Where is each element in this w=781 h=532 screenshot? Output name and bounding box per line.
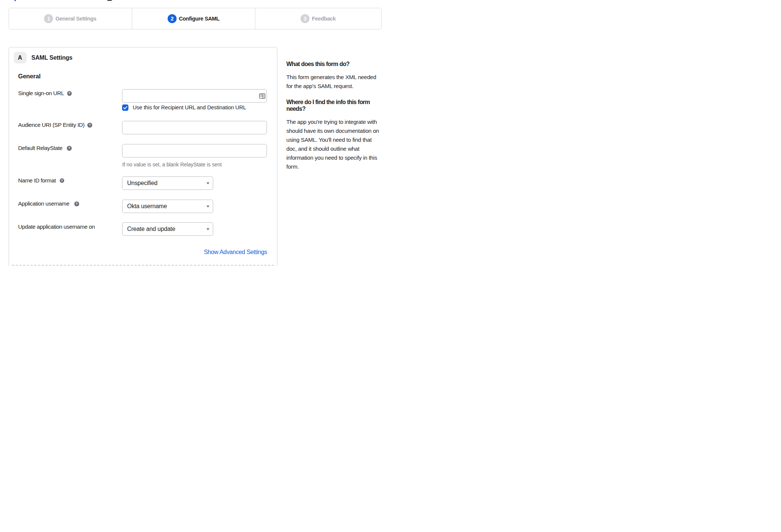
section-header: A SAML Settings: [14, 52, 73, 63]
audience-uri-input[interactable]: [122, 121, 267, 134]
use-for-recipient-checkbox-label: Use this for Recipient URL and Destinati…: [133, 104, 246, 111]
sidebar-body-what: This form generates the XML needed for t…: [286, 73, 380, 91]
chevron-down-icon: [206, 182, 209, 184]
step-3-label: Feedback: [312, 16, 336, 22]
step-3-circle: 3: [301, 14, 309, 23]
default-relaystate-input[interactable]: [122, 144, 267, 157]
show-advanced-settings-link[interactable]: Show Advanced Settings: [204, 249, 267, 256]
update-application-username-label: Update application username on: [18, 223, 95, 231]
saml-settings-card: A SAML Settings General Single sign-on U…: [9, 47, 277, 266]
chevron-down-icon: [206, 228, 209, 230]
contact-autofill-icon[interactable]: [259, 93, 265, 99]
sidebar-body-where: The app you're trying to integrate with …: [286, 118, 380, 172]
default-relaystate-hint: If no value is set, a blank RelayState i…: [122, 161, 222, 168]
step-feedback[interactable]: 3 Feedback: [255, 8, 381, 29]
sidebar-heading-what: What does this form do?: [286, 61, 380, 68]
audience-uri-help-icon[interactable]: ?: [87, 123, 92, 128]
clipped-title-blue-glyph: [15, 0, 16, 1]
application-username-label: Application username: [18, 200, 69, 207]
step-2-label: Configure SAML: [179, 16, 220, 22]
clipped-title-descender-glyph: [107, 0, 112, 1]
application-username-select[interactable]: Okta username: [122, 200, 213, 213]
name-id-format-select[interactable]: Unspecified: [122, 176, 213, 190]
wizard-stepper: 1 General Settings 2 Configure SAML 3 Fe…: [9, 8, 382, 29]
single-sign-on-url-label: Single sign-on URL: [18, 90, 64, 97]
update-application-username-select[interactable]: Create and update: [122, 222, 213, 236]
sidebar-heading-where: Where do I find the info this form needs…: [286, 99, 380, 113]
application-username-help-icon[interactable]: ?: [74, 201, 79, 206]
step-configure-saml[interactable]: 2 Configure SAML: [132, 8, 255, 29]
default-relaystate-help-icon[interactable]: ?: [67, 146, 72, 151]
name-id-format-value: Unspecified: [127, 180, 157, 187]
step-1-circle: 1: [44, 14, 53, 23]
use-for-recipient-checkbox[interactable]: [122, 104, 128, 111]
audience-uri-label: Audience URI (SP Entity ID): [18, 121, 85, 129]
default-relaystate-label: Default RelayState: [18, 144, 63, 152]
step-general-settings[interactable]: 1 General Settings: [9, 8, 132, 29]
step-2-circle: 2: [168, 14, 177, 23]
name-id-format-label: Name ID format: [18, 177, 56, 184]
section-title: SAML Settings: [31, 54, 72, 61]
application-username-value: Okta username: [127, 203, 167, 210]
update-application-username-value: Create and update: [127, 226, 175, 232]
chevron-down-icon: [206, 206, 209, 207]
single-sign-on-url-input[interactable]: [122, 89, 267, 103]
step-1-label: General Settings: [55, 16, 96, 22]
section-dashed-divider: [12, 265, 274, 266]
section-a-badge: A: [14, 52, 27, 63]
single-sign-on-url-help-icon[interactable]: ?: [67, 91, 72, 96]
name-id-format-help-icon[interactable]: ?: [60, 178, 65, 183]
general-group-heading: General: [18, 73, 41, 80]
